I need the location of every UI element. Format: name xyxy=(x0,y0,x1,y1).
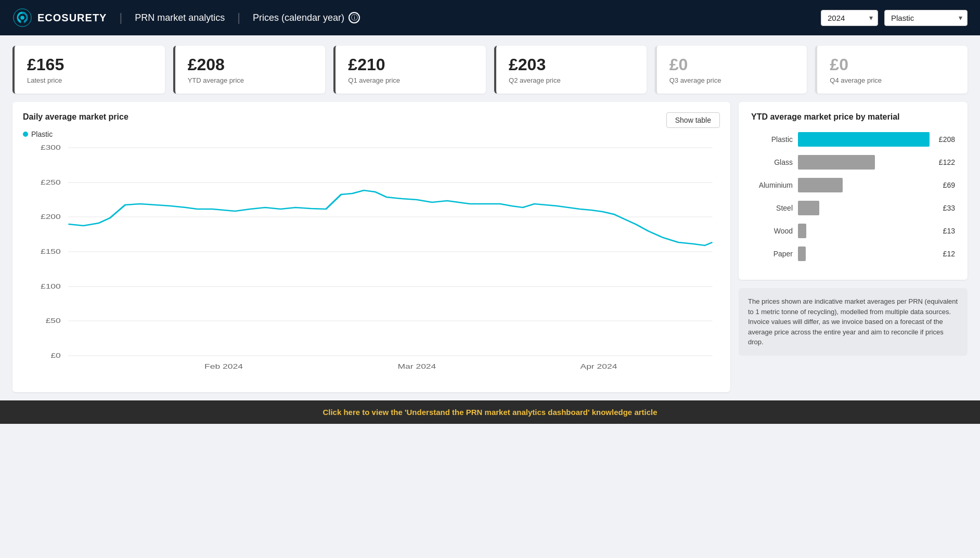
page-title: Prices (calendar year) ⓘ xyxy=(253,12,360,23)
bar-label-4: Wood xyxy=(751,227,793,235)
chart-legend: Plastic xyxy=(23,130,720,138)
bar-row-wood: Wood £13 xyxy=(751,224,955,238)
nav-title: PRN market analytics xyxy=(135,12,225,23)
bar-fill-4 xyxy=(798,224,806,238)
kpi-card-1: £208 YTD average price xyxy=(173,46,326,94)
material-select-wrapper: Plastic Glass Aluminium Steel Wood Paper xyxy=(884,10,968,26)
line-chart-svg-wrapper: £300 £250 £200 £150 £100 £50 £0 Feb 2024… xyxy=(23,142,720,382)
kpi-row: £165 Latest price £208 YTD average price… xyxy=(0,35,980,102)
footer-banner[interactable]: Click here to view the 'Understand the P… xyxy=(0,400,980,424)
kpi-label-2: Q1 average price xyxy=(348,76,473,84)
bar-chart-panel: YTD average market price by material Pla… xyxy=(739,102,968,280)
kpi-card-0: £165 Latest price xyxy=(12,46,165,94)
logo-text: ECOSURETY xyxy=(37,12,107,24)
kpi-value-2: £210 xyxy=(348,55,473,74)
kpi-label-5: Q4 average price xyxy=(830,76,955,84)
bar-track-3 xyxy=(798,201,934,215)
svg-text:£0: £0 xyxy=(50,352,60,359)
bar-row-steel: Steel £33 xyxy=(751,201,955,215)
kpi-card-3: £203 Q2 average price xyxy=(494,46,647,94)
bar-label-5: Paper xyxy=(751,250,793,258)
svg-text:£100: £100 xyxy=(41,283,61,290)
kpi-card-5: £0 Q4 average price xyxy=(815,46,968,94)
bar-value-0: £208 xyxy=(939,135,955,144)
svg-text:Apr 2024: Apr 2024 xyxy=(580,363,617,370)
bar-label-3: Steel xyxy=(751,204,793,212)
line-chart-panel: Daily average market price Show table Pl… xyxy=(12,102,730,392)
bar-fill-5 xyxy=(798,246,806,261)
kpi-label-4: Q3 average price xyxy=(669,76,795,84)
svg-text:£250: £250 xyxy=(41,179,61,186)
bar-track-1 xyxy=(798,155,930,170)
year-select-wrapper: 2024 2023 2025 xyxy=(821,10,878,26)
disclaimer-box: The prices shown are indicative market a… xyxy=(739,288,968,356)
legend-dot-plastic xyxy=(23,132,28,137)
bar-label-2: Aluminium xyxy=(751,181,793,189)
bar-value-3: £33 xyxy=(943,204,955,212)
footer-text: Click here to view the 'Understand the P… xyxy=(323,408,657,417)
kpi-value-5: £0 xyxy=(830,55,955,74)
kpi-value-3: £203 xyxy=(509,55,634,74)
header-controls: 2024 2023 2025 Plastic Glass Aluminium S… xyxy=(821,10,968,26)
bar-fill-0 xyxy=(798,132,930,147)
bar-row-paper: Paper £12 xyxy=(751,246,955,261)
bar-chart-title: YTD average market price by material xyxy=(751,112,955,122)
svg-text:£200: £200 xyxy=(41,213,61,220)
kpi-label-0: Latest price xyxy=(27,76,152,84)
svg-point-1 xyxy=(20,16,24,20)
bar-chart-rows: Plastic £208 Glass £122 Aluminium £69 St… xyxy=(751,132,955,261)
kpi-card-2: £210 Q1 average price xyxy=(333,46,486,94)
header: ECOSURETY | PRN market analytics | Price… xyxy=(0,0,980,35)
kpi-label-1: YTD average price xyxy=(188,76,313,84)
disclaimer-text: The prices shown are indicative market a… xyxy=(748,297,958,346)
kpi-card-4: £0 Q3 average price xyxy=(655,46,807,94)
bar-track-2 xyxy=(798,178,934,192)
svg-text:£50: £50 xyxy=(46,317,61,325)
svg-text:£150: £150 xyxy=(41,248,61,255)
kpi-value-1: £208 xyxy=(188,55,313,74)
bar-track-5 xyxy=(798,246,934,261)
right-panel: YTD average market price by material Pla… xyxy=(739,102,968,392)
logo-area: ECOSURETY xyxy=(12,8,107,28)
legend-label-plastic: Plastic xyxy=(31,130,53,138)
bar-track-4 xyxy=(798,224,934,238)
divider-1: | xyxy=(119,11,122,24)
kpi-value-4: £0 xyxy=(669,55,795,74)
bar-fill-1 xyxy=(798,155,875,170)
info-icon[interactable]: ⓘ xyxy=(349,12,360,23)
price-line-plastic xyxy=(68,190,712,245)
ecosurety-logo-icon xyxy=(12,8,32,28)
kpi-value-0: £165 xyxy=(27,55,152,74)
line-chart-svg: £300 £250 £200 £150 £100 £50 £0 Feb 2024… xyxy=(23,142,720,382)
bar-fill-3 xyxy=(798,201,819,215)
svg-text:Feb 2024: Feb 2024 xyxy=(204,363,243,370)
bar-fill-2 xyxy=(798,178,843,192)
kpi-label-3: Q2 average price xyxy=(509,76,634,84)
bar-track-0 xyxy=(798,132,930,147)
bar-value-5: £12 xyxy=(943,250,955,258)
show-table-button[interactable]: Show table xyxy=(666,112,720,128)
material-select[interactable]: Plastic Glass Aluminium Steel Wood Paper xyxy=(884,10,968,26)
bar-label-0: Plastic xyxy=(751,135,793,144)
main-content: Daily average market price Show table Pl… xyxy=(0,102,980,400)
bar-row-aluminium: Aluminium £69 xyxy=(751,178,955,192)
chart-title: Daily average market price xyxy=(23,112,128,122)
bar-value-2: £69 xyxy=(943,181,955,189)
bar-value-1: £122 xyxy=(939,158,955,166)
chart-header: Daily average market price Show table xyxy=(23,112,720,128)
svg-text:Mar 2024: Mar 2024 xyxy=(397,363,436,370)
bar-value-4: £13 xyxy=(943,227,955,235)
svg-text:£300: £300 xyxy=(41,144,61,151)
bar-row-glass: Glass £122 xyxy=(751,155,955,170)
bar-row-plastic: Plastic £208 xyxy=(751,132,955,147)
year-select[interactable]: 2024 2023 2025 xyxy=(821,10,878,26)
bar-label-1: Glass xyxy=(751,158,793,166)
divider-2: | xyxy=(237,11,240,24)
